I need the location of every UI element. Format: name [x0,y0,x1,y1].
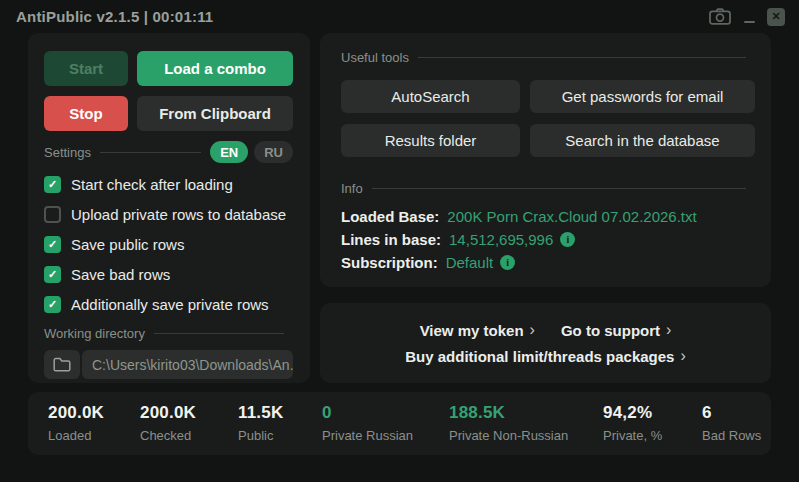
stat-value: 188.5K [449,403,568,423]
lines-in-base-value: 14,512,695,996 [449,231,553,248]
subscription-label: Subscription: [341,254,438,271]
loaded-base-label: Loaded Base: [341,208,439,225]
checkbox-box[interactable]: ✓ [44,266,61,283]
checkbox-save-public-rows[interactable]: ✓ Save public rows [44,236,293,253]
checkbox-box[interactable]: ✓ [44,236,61,253]
camera-icon [709,8,731,25]
check-icon: ✓ [48,269,57,280]
loaded-base-row: Loaded Base: 200K Porn Crax.Cloud 07.02.… [341,205,755,228]
stat-label: Bad Rows [702,428,761,443]
chevron-right-icon: › [666,322,671,338]
subscription-row: Subscription: Default i [341,251,755,274]
checkbox-label: Save public rows [71,236,184,253]
stat-private-russian: 0 Private Russian [322,403,413,443]
titlebar: AntiPublic v2.1.5 | 00:01:11 ✕ [0,0,799,33]
working-directory-header: Working directory [44,326,293,341]
working-directory-label: Working directory [44,326,145,341]
checkbox-additionally-save-private-rows[interactable]: ✓ Additionally save private rows [44,296,293,313]
checkbox-label: Save bad rows [71,266,170,283]
checkbox-box[interactable]: ✓ [44,206,61,223]
screenshot-button[interactable] [709,8,731,25]
language-en-toggle[interactable]: EN [210,141,248,163]
stat-loaded: 200.0K Loaded [48,403,104,443]
loaded-base-value: 200K Porn Crax.Cloud 07.02.2026.txt [447,208,696,225]
stat-value: 200.0K [140,403,196,423]
stat-value: 200.0K [48,403,104,423]
stat-private-percent: 94,2% Private, % [603,403,662,443]
working-directory-input[interactable]: C:\Users\kirito03\Downloads\An... [82,350,293,379]
checkbox-label: Start check after loading [71,176,233,193]
stat-label: Private, % [603,428,662,443]
folder-icon [53,357,71,372]
divider [154,333,284,334]
chevron-right-icon: › [530,322,535,338]
autosearch-button[interactable]: AutoSearch [341,80,520,113]
buy-packages-link[interactable]: Buy additional limit/threads packages › [405,348,686,365]
check-icon: ✓ [48,239,57,250]
stop-button[interactable]: Stop [44,96,128,131]
settings-label: Settings [44,145,91,160]
browse-folder-button[interactable] [44,350,80,379]
stat-value: 6 [702,403,761,423]
close-button[interactable]: ✕ [767,8,785,26]
check-icon: ✓ [48,179,57,190]
useful-tools-header: Useful tools [341,50,755,65]
stat-value: 11.5K [238,403,283,423]
stat-label: Private Non-Russian [449,428,568,443]
useful-tools-label: Useful tools [341,50,409,65]
checkbox-box[interactable]: ✓ [44,296,61,313]
lines-in-base-row: Lines in base: 14,512,695,996 i [341,228,755,251]
language-ru-toggle[interactable]: RU [254,141,293,163]
stat-private-non-russian: 188.5K Private Non-Russian [449,403,568,443]
stat-label: Loaded [48,428,104,443]
info-label: Info [341,181,363,196]
stat-label: Checked [140,428,196,443]
checkbox-start-check-after-loading[interactable]: ✓ Start check after loading [44,176,293,193]
check-icon: ✓ [48,299,57,310]
load-combo-button[interactable]: Load a combo [137,51,293,86]
control-panel: Start Load a combo Stop From Clipboard S… [28,33,310,383]
divider [418,57,746,58]
search-in-database-button[interactable]: Search in the database [530,124,755,157]
start-button[interactable]: Start [44,51,128,86]
checkbox-label: Upload private rows to database [71,206,286,223]
checkbox-upload-private-rows[interactable]: ✓ Upload private rows to database [44,206,293,223]
stat-public: 11.5K Public [238,403,283,443]
settings-checkbox-list: ✓ Start check after loading ✓ Upload pri… [44,176,293,313]
results-folder-button[interactable]: Results folder [341,124,520,157]
go-to-support-label: Go to support [561,322,660,339]
stat-checked: 200.0K Checked [140,403,196,443]
stat-value: 94,2% [603,403,662,423]
from-clipboard-button[interactable]: From Clipboard [137,96,293,131]
get-passwords-for-email-button[interactable]: Get passwords for email [530,80,755,113]
info-header: Info [341,181,755,196]
stat-bad-rows: 6 Bad Rows [702,403,761,443]
checkbox-box[interactable]: ✓ [44,176,61,193]
info-icon[interactable]: i [560,232,575,247]
subscription-value: Default [446,254,494,271]
go-to-support-link[interactable]: Go to support › [561,322,671,339]
view-my-token-link[interactable]: View my token › [420,322,535,339]
view-my-token-label: View my token [420,322,524,339]
info-icon[interactable]: i [500,255,515,270]
minimize-icon [744,21,755,23]
divider [100,152,201,153]
stats-bar: 200.0K Loaded 200.0K Checked 11.5K Publi… [28,392,771,455]
links-panel: View my token › Go to support › Buy addi… [320,303,771,383]
stat-label: Private Russian [322,428,413,443]
chevron-right-icon: › [680,348,685,364]
lines-in-base-label: Lines in base: [341,231,441,248]
stat-value: 0 [322,403,413,423]
window-title: AntiPublic v2.1.5 | 00:01:11 [16,8,213,25]
settings-section-header: Settings EN RU [44,141,293,163]
checkbox-label: Additionally save private rows [71,296,269,313]
stat-label: Public [238,428,283,443]
checkbox-save-bad-rows[interactable]: ✓ Save bad rows [44,266,293,283]
divider [372,188,746,189]
minimize-button[interactable] [742,8,756,26]
close-icon: ✕ [771,11,780,22]
buy-packages-label: Buy additional limit/threads packages [405,348,674,365]
tools-info-panel: Useful tools AutoSearch Get passwords fo… [320,33,771,287]
